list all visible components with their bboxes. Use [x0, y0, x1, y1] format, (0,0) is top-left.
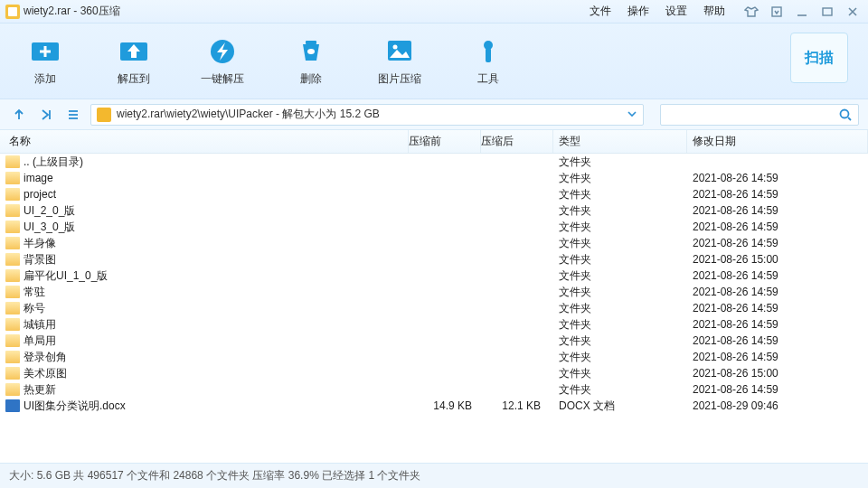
file-date: 2021-08-26 15:00	[687, 253, 868, 266]
toolbar-extract-button[interactable]: 解压到	[105, 35, 163, 87]
file-icon	[5, 399, 20, 412]
file-date: 2021-08-26 14:59	[687, 221, 868, 233]
file-name: 热更新	[24, 382, 409, 398]
file-row[interactable]: UI_2_0_版文件夹2021-08-26 14:59	[0, 202, 868, 219]
file-type: 文件夹	[553, 333, 687, 349]
menu-item-1[interactable]: 操作	[627, 4, 649, 19]
close-button[interactable]	[843, 4, 863, 20]
file-date: 2021-08-26 14:59	[687, 188, 868, 201]
menu-item-3[interactable]: 帮助	[703, 4, 725, 19]
file-row[interactable]: 登录创角文件夹2021-08-26 14:59	[0, 349, 868, 365]
file-type: 文件夹	[553, 285, 687, 300]
toolbar-label: 工具	[477, 71, 499, 87]
file-row[interactable]: 城镇用文件夹2021-08-26 14:59	[0, 316, 868, 333]
delete-icon	[292, 35, 330, 66]
file-date: 2021-08-26 15:00	[687, 367, 868, 380]
file-date: 2021-08-26 14:59	[687, 204, 868, 217]
folder-icon	[5, 188, 20, 201]
file-type: 文件夹	[553, 171, 687, 186]
svg-line-20	[848, 117, 851, 120]
file-type: 文件夹	[553, 236, 687, 251]
file-date: 2021-08-26 14:59	[687, 237, 868, 249]
file-row[interactable]: project文件夹2021-08-26 14:59	[0, 186, 868, 202]
file-row[interactable]: 称号文件夹2021-08-26 14:59	[0, 300, 868, 316]
menu-item-0[interactable]: 文件	[590, 4, 611, 19]
skin-icon[interactable]	[741, 4, 761, 20]
file-type: 文件夹	[553, 252, 687, 267]
file-name: .. (上级目录)	[24, 155, 409, 170]
archive-icon	[97, 108, 111, 122]
file-name: UI_2_0_版	[24, 203, 409, 219]
path-text: wiety2.rar\wiety2\wiety\UIPacker - 解包大小为…	[117, 107, 380, 122]
menu-item-2[interactable]: 设置	[665, 4, 687, 19]
file-list: .. (上级目录)文件夹image文件夹2021-08-26 14:59proj…	[0, 154, 868, 443]
file-row[interactable]: 热更新文件夹2021-08-26 14:59	[0, 381, 868, 398]
file-name: image	[24, 172, 409, 184]
file-type: 文件夹	[553, 220, 687, 235]
file-row[interactable]: UI图集分类说明.docx14.9 KB12.1 KBDOCX 文档2021-0…	[0, 398, 868, 414]
file-type: 文件夹	[553, 301, 687, 316]
extract-icon	[115, 35, 153, 66]
file-type: 文件夹	[553, 268, 687, 284]
menu-bar: 文件操作设置帮助	[590, 4, 741, 19]
toolbar: 添加解压到一键解压删除图片压缩工具扫描	[0, 23, 868, 99]
nav-up-icon[interactable]	[9, 105, 29, 125]
toolbar-oneclick-button[interactable]: 一键解压	[193, 35, 251, 87]
file-row[interactable]: 美术原图文件夹2021-08-26 15:00	[0, 365, 868, 381]
toolbar-add-button[interactable]: 添加	[16, 35, 74, 87]
folder-icon	[5, 351, 20, 363]
svg-point-13	[393, 45, 398, 50]
col-type[interactable]: 类型	[553, 130, 687, 153]
file-type: 文件夹	[553, 155, 687, 170]
folder-icon	[5, 318, 20, 331]
nav-collapse-icon[interactable]	[36, 105, 56, 125]
col-before[interactable]: 压缩前	[409, 130, 481, 153]
col-after[interactable]: 压缩后	[481, 130, 553, 153]
search-box[interactable]	[660, 104, 859, 126]
file-type: 文件夹	[553, 203, 687, 219]
col-date[interactable]: 修改日期	[687, 130, 868, 153]
folder-icon	[5, 237, 20, 249]
scan-button[interactable]: 扫描	[790, 33, 848, 83]
file-row[interactable]: .. (上级目录)文件夹	[0, 154, 868, 170]
file-row[interactable]: 单局用文件夹2021-08-26 14:59	[0, 333, 868, 349]
size-after: 12.1 KB	[481, 399, 553, 412]
file-name: 登录创角	[24, 350, 409, 365]
window-title: wiety2.rar - 360压缩	[24, 4, 120, 19]
folder-icon	[5, 383, 20, 396]
folder-icon	[5, 253, 20, 266]
file-row[interactable]: 半身像文件夹2021-08-26 14:59	[0, 235, 868, 251]
file-date: 2021-08-29 09:46	[687, 399, 868, 412]
file-date: 2021-08-26 14:59	[687, 334, 868, 347]
file-row[interactable]: UI_3_0_版文件夹2021-08-26 14:59	[0, 219, 868, 235]
file-row[interactable]: image文件夹2021-08-26 14:59	[0, 170, 868, 186]
window-buttons	[741, 4, 863, 20]
folder-icon	[5, 155, 20, 168]
svg-point-11	[307, 49, 315, 54]
search-icon	[838, 108, 853, 122]
file-row[interactable]: 扁平化UI_1_0_版文件夹2021-08-26 14:59	[0, 267, 868, 284]
toolbar-tools-button[interactable]: 工具	[459, 35, 517, 87]
file-name: 半身像	[24, 236, 409, 251]
app-icon	[5, 5, 20, 19]
minimize-button[interactable]	[792, 4, 812, 20]
col-name[interactable]: 名称	[0, 130, 409, 153]
maximize-button[interactable]	[817, 4, 837, 20]
nav-list-icon[interactable]	[63, 105, 83, 125]
column-headers: 名称 压缩前 压缩后 类型 修改日期	[0, 130, 868, 154]
svg-point-19	[841, 109, 849, 117]
folder-icon	[5, 367, 20, 380]
svg-rect-0	[772, 7, 781, 16]
file-name: 常驻	[24, 285, 409, 300]
file-name: UI_3_0_版	[24, 220, 409, 235]
file-row[interactable]: 背景图文件夹2021-08-26 15:00	[0, 251, 868, 267]
chevron-down-icon[interactable]	[627, 108, 637, 122]
dropdown-icon[interactable]	[767, 4, 787, 20]
toolbar-delete-button[interactable]: 删除	[282, 35, 340, 87]
toolbar-imgzip-button[interactable]: 图片压缩	[371, 35, 429, 87]
file-row[interactable]: 常驻文件夹2021-08-26 14:59	[0, 284, 868, 300]
tools-icon	[469, 35, 507, 66]
path-box[interactable]: wiety2.rar\wiety2\wiety\UIPacker - 解包大小为…	[90, 104, 644, 126]
scan-label: 扫描	[805, 49, 834, 68]
file-type: 文件夹	[553, 366, 687, 381]
